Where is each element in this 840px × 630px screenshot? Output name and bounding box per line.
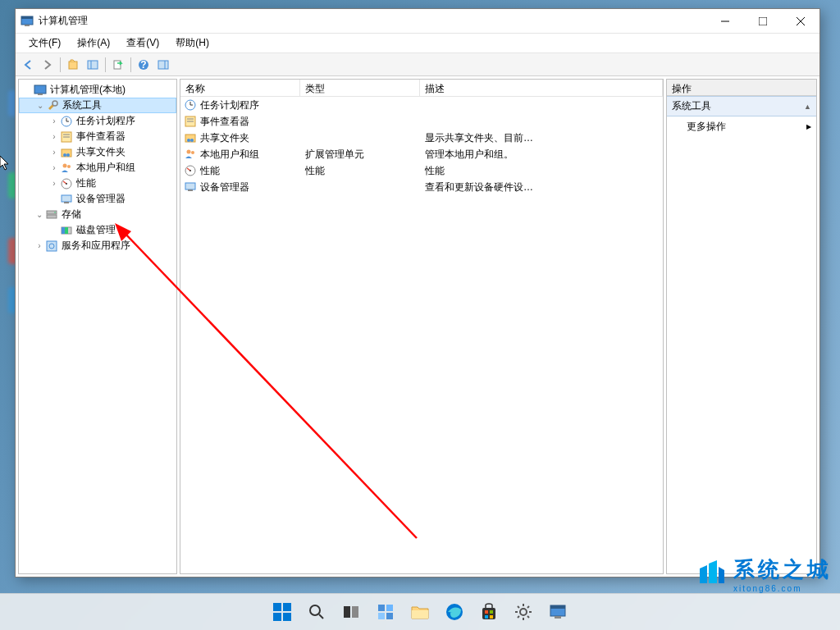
search-button[interactable] [301,596,332,628]
settings-button[interactable] [508,596,539,628]
actions-section[interactable]: 系统工具 ▲ [667,96,816,116]
titlebar[interactable]: 计算机管理 [16,9,819,34]
maximize-button[interactable] [744,9,782,34]
expand-icon[interactable]: › [48,148,60,157]
edge-button[interactable] [439,596,470,628]
taskbar [0,593,840,630]
task-view-button[interactable] [336,596,367,628]
svg-rect-72 [482,608,495,619]
tree-label: 性能 [76,176,96,190]
svg-rect-74 [490,610,493,614]
svg-rect-2 [25,25,30,26]
back-button[interactable] [19,56,37,74]
tree-label: 任务计划程序 [76,114,135,128]
svg-rect-66 [378,605,385,611]
tree-services[interactable]: › 服务和应用程序 [19,238,176,253]
svg-line-84 [518,616,519,618]
tree-local-users[interactable]: › 本地用户和组 [19,160,176,176]
start-button[interactable] [267,596,298,628]
tree-label: 服务和应用程序 [62,239,130,253]
svg-rect-54 [185,183,195,189]
menu-help[interactable]: 帮助(H) [167,34,217,52]
list-item-task-scheduler[interactable]: 任务计划程序 [180,97,663,113]
svg-rect-8 [88,61,98,69]
svg-point-30 [66,183,67,185]
up-button[interactable] [64,56,82,74]
item-desc: 性能 [425,164,445,178]
help-button[interactable]: ? [135,56,153,74]
tree-shared-folders[interactable]: › 共享文件夹 [19,144,176,160]
widgets-button[interactable] [370,596,401,628]
item-name: 共享文件夹 [200,131,249,145]
collapse-icon[interactable]: ⌄ [34,101,46,110]
svg-rect-60 [273,613,281,621]
menu-action[interactable]: 操作(A) [69,34,118,52]
tree-label: 事件查看器 [76,130,126,144]
minimize-button[interactable] [706,9,744,34]
menubar: 文件(F) 操作(A) 查看(V) 帮助(H) [16,34,819,53]
computer-management-window: 计算机管理 文件(F) 操作(A) 查看(V) 帮助(H) ? 计算机管理(本地 [15,8,820,578]
actions-section-label: 系统工具 [672,99,711,113]
file-explorer-button[interactable] [404,596,436,628]
list-item-performance[interactable]: 性能 性能 性能 [180,162,663,179]
svg-rect-4 [759,17,767,25]
column-type[interactable]: 类型 [300,80,420,96]
svg-rect-64 [344,606,350,618]
users-icon [60,162,73,175]
tree-root[interactable]: 计算机管理(本地) [19,82,176,98]
menu-file[interactable]: 文件(F) [21,34,69,52]
svg-rect-16 [38,94,43,95]
tree-task-scheduler[interactable]: › 任务计划程序 [19,113,176,129]
show-action-pane-button[interactable] [154,56,172,74]
show-hide-button[interactable] [84,56,102,74]
separator [60,57,61,72]
tree-performance[interactable]: › 性能 [19,176,176,191]
toolbar: ? [16,53,819,76]
tree-storage[interactable]: ⌄ 存储 [19,207,176,222]
svg-point-27 [63,163,67,167]
expand-icon[interactable]: › [48,163,60,172]
column-desc[interactable]: 描述 [420,80,663,96]
list-item-shared-folders[interactable]: 共享文件夹 显示共享文件夹、目前… [180,130,663,146]
svg-point-62 [310,605,320,615]
computer-management-taskbar-button[interactable] [542,596,573,628]
svg-rect-31 [62,195,71,202]
tree-label: 存储 [62,208,81,221]
cursor-icon [0,156,11,171]
list-item-local-users[interactable]: 本地用户和组 扩展管理单元 管理本地用户和组。 [180,146,663,162]
svg-rect-24 [62,149,71,157]
store-button[interactable] [473,596,504,628]
item-name: 性能 [200,164,220,178]
menu-view[interactable]: 查看(V) [118,34,167,52]
watermark: 系统之城 xitong86.com [696,555,832,593]
forward-button[interactable] [39,56,57,74]
expand-icon[interactable]: › [48,179,60,188]
item-desc: 显示共享文件夹、目前… [425,131,533,145]
list-item-event-viewer[interactable]: 事件查看器 [180,113,663,130]
collapse-icon[interactable]: ⌄ [34,210,45,219]
expand-icon[interactable]: › [48,132,60,141]
export-button[interactable] [109,56,127,74]
users-icon [184,148,197,161]
expand-icon[interactable]: › [48,116,60,126]
close-button[interactable] [782,9,819,34]
clock-icon [60,115,73,128]
shared-folder-icon [184,131,197,144]
tree-device-manager[interactable]: 设备管理器 [19,191,176,207]
window-title: 计算机管理 [39,14,706,28]
watermark-text: 系统之城 [733,555,832,584]
list-item-device-manager[interactable]: 设备管理器 查看和更新设备硬件设… [180,179,663,195]
svg-point-51 [191,151,194,154]
item-name: 设备管理器 [200,180,249,194]
tree-system-tools[interactable]: ⌄ 系统工具 [19,98,176,113]
tree-disk-management[interactable]: 磁盘管理 [19,222,176,238]
actions-more[interactable]: 更多操作 ▶ [667,116,816,137]
svg-rect-34 [47,215,57,218]
tree-event-viewer[interactable]: › 事件查看器 [19,129,176,144]
tree-label: 本地用户和组 [76,161,135,175]
svg-rect-15 [34,85,46,94]
tools-icon [46,99,59,112]
expand-icon[interactable]: › [34,241,45,250]
column-name[interactable]: 名称 [180,80,300,96]
svg-rect-39 [47,241,57,251]
